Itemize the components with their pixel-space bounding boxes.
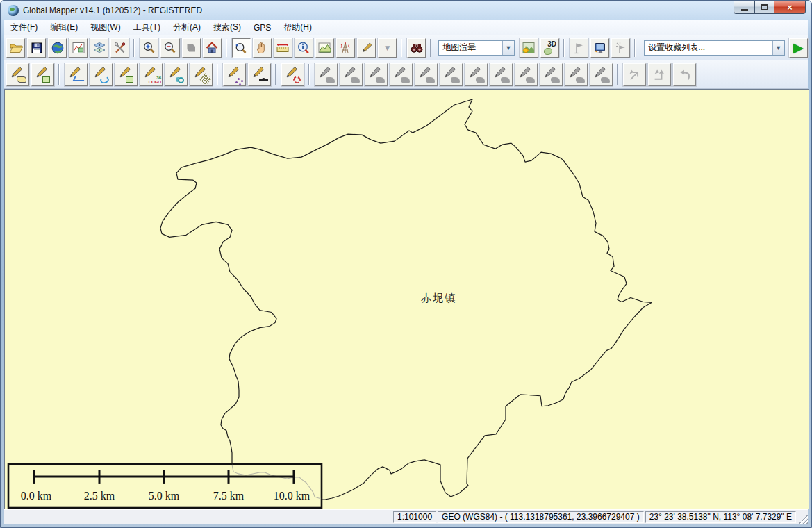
edit-erase-button [540,63,563,86]
toolbar-separator [563,39,565,57]
antenna-tower-icon [338,41,352,55]
status-scale: 1:101000 [393,511,436,523]
toolbar-separator [430,39,431,57]
toolbar-separator [275,64,276,85]
map-layout-icon [72,41,85,55]
layers-icon [92,41,106,55]
create-rectangle-area-button[interactable] [31,63,54,86]
menu-view[interactable]: 视图(W) [84,19,126,35]
edit-rotate-button [415,63,438,86]
more-tools-dropdown-button[interactable]: ▼ [378,38,397,58]
rectangle-shape-icon [126,76,133,83]
info-icon [297,41,310,55]
crossed-tools-icon [113,41,127,55]
ruler-icon [276,41,290,55]
toolbar-separator [308,64,310,85]
create-grid-button[interactable] [190,63,213,86]
chevron-down-icon: ▼ [505,44,511,51]
play-favorites-button[interactable]: ▶ [789,38,808,58]
rectangle-shape-icon [42,76,50,83]
undo-arrow-icon [677,67,693,83]
menu-file[interactable]: 文件(F) [4,19,44,35]
edit-scale-button [440,63,463,86]
zoom-out-button[interactable] [160,38,179,58]
sun-terrain-icon [522,41,536,55]
full-view-button[interactable] [182,38,201,58]
status-dms-coordinates: 23° 23' 38.5138" N, 113° 08' 7.7329" E [645,511,796,523]
floppy-save-icon [30,41,44,55]
undo-button [673,63,696,86]
digitizer-toolbar: 36COGO [4,60,808,89]
open-file-button[interactable] [6,38,25,58]
app-window: Global Mapper v14.1 (b120512) - REGISTER… [0,0,812,528]
scale-label: 10.0 km [274,490,310,502]
save-workspace-button[interactable] [27,38,46,58]
path-profile-button[interactable] [315,38,334,58]
toolbar-separator [217,64,218,85]
combobox-dropdown-button[interactable]: ▼ [502,41,514,55]
create-area-button[interactable] [6,63,29,86]
arrow-northeast-icon [627,67,643,83]
view-3d-button[interactable]: 3D [540,38,559,58]
cogo-label-icon: 36COGO [149,76,161,84]
title-bar[interactable]: Global Mapper v14.1 (b120512) - REGISTER… [1,1,811,20]
edit-split-button [365,63,388,86]
gray-shape-icon [351,77,360,83]
scale-label: 7.5 km [213,490,245,502]
menu-analysis[interactable]: 分析(A) [167,19,207,35]
screen-capture-button[interactable] [590,38,609,58]
window-title: Global Mapper v14.1 (b120512) - REGISTER… [23,6,202,15]
scale-label: 2.5 km [84,490,115,502]
create-circle-button[interactable] [165,63,188,86]
hand-icon [255,41,269,55]
edit-smooth-button [590,63,613,86]
favorites-combobox-value: 设置收藏列表... [645,42,772,53]
hillshade-toggle-button[interactable] [520,38,538,58]
open-folder-icon [9,41,23,55]
menu-help[interactable]: 帮助(H) [277,19,318,35]
create-range-rings-button[interactable] [281,63,304,86]
scale-label: 0.0 km [21,490,52,502]
configuration-button[interactable] [110,38,129,58]
status-bar: 1:101000 GEO (WGS84) - ( 113.1318795361,… [4,509,808,524]
resize-grip[interactable] [799,515,808,524]
edit-reshape-button [340,63,363,86]
play-icon: ▶ [793,41,804,54]
shader-combobox[interactable]: 地图渲晕 ▼ [438,40,515,56]
menu-search[interactable]: 搜索(S) [207,19,247,35]
menu-gps[interactable]: GPS [247,21,277,35]
feature-info-button[interactable] [295,38,313,58]
measure-tool-button[interactable] [274,38,292,58]
map-layout-button[interactable] [69,38,88,58]
pan-tool-button[interactable] [253,38,272,58]
town-name-label: 赤坭镇 [421,292,456,305]
map-canvas[interactable]: 0.0 km 2.5 km 5.0 km 7.5 km 10.0 km 赤坭镇 [4,89,809,509]
create-line-button[interactable] [65,63,88,86]
create-cogo-button[interactable]: 36COGO [140,63,163,86]
combobox-dropdown-button[interactable]: ▼ [772,41,784,55]
close-button[interactable]: × [774,1,806,14]
download-online-data-button[interactable] [48,38,67,58]
gray-shape-icon [551,77,560,83]
create-rectangle-line-button[interactable] [115,63,138,86]
create-points-button[interactable] [223,63,246,86]
overlay-control-center-button[interactable] [90,38,108,58]
edit-move-button [315,63,338,86]
menu-edit[interactable]: 编辑(E) [44,19,84,35]
menu-bar: 文件(F) 编辑(E) 视图(W) 工具(T) 分析(A) 搜索(S) GPS … [4,20,808,35]
search-button[interactable] [407,38,426,58]
maximize-button[interactable] [754,1,774,14]
view-shed-button[interactable] [336,38,355,58]
terrain-blob-icon [544,48,552,55]
magnifier-icon [234,41,248,55]
minimize-button[interactable] [734,1,754,14]
insert-vertex-button[interactable] [248,63,271,86]
zoom-home-button[interactable] [203,38,222,58]
favorites-combobox[interactable]: 设置收藏列表... ▼ [644,40,785,56]
zoom-in-button[interactable] [140,38,158,58]
create-freehand-line-button[interactable] [90,63,113,86]
menu-tools[interactable]: 工具(T) [127,19,167,35]
zoom-tool-button[interactable] [232,38,251,58]
digitizer-tool-button[interactable] [357,38,376,58]
gray-shape-icon [476,77,485,83]
